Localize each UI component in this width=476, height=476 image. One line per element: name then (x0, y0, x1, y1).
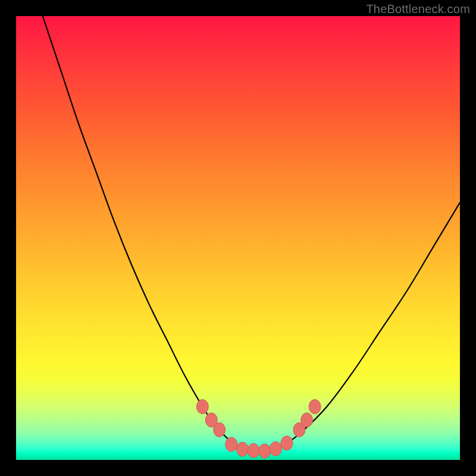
curve-marker (196, 399, 208, 414)
curve-marker (259, 444, 271, 458)
curve-marker (248, 443, 259, 458)
chart-frame: TheBottleneck.com (0, 0, 476, 476)
watermark-text: TheBottleneck.com (366, 2, 470, 16)
curve-marker (281, 436, 293, 450)
curve-markers (196, 399, 321, 458)
curve-marker (214, 422, 226, 437)
curve-marker (270, 441, 281, 456)
bottleneck-curve-svg (16, 16, 460, 460)
curve-marker (236, 442, 248, 456)
curve-marker (301, 413, 313, 427)
plot-area (16, 16, 460, 460)
bottleneck-curve-path (43, 16, 460, 451)
curve-marker (226, 437, 237, 452)
curve-marker (309, 399, 321, 414)
